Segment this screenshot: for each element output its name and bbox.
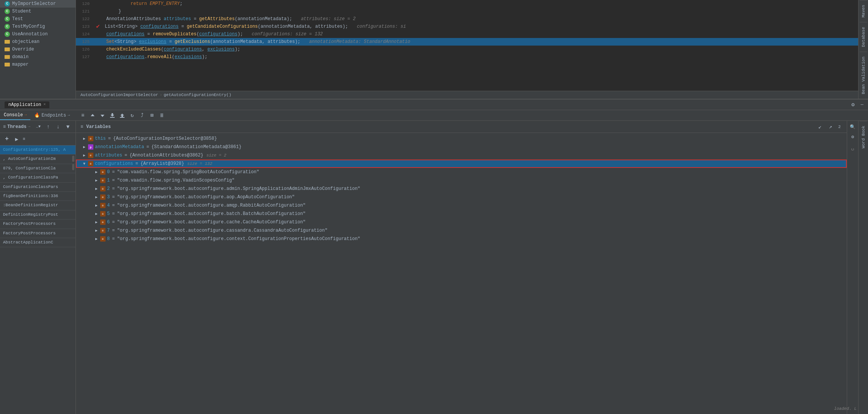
- var-item-1[interactable]: ▶ ≡ 1 = "com.vaadin.flow.spring.VaadinSc…: [76, 176, 847, 185]
- toolbar-step-over-btn[interactable]: ⤴: [137, 111, 147, 120]
- expand-icon[interactable]: ▶: [94, 203, 99, 208]
- toolbar-table-btn[interactable]: ⊞: [147, 111, 156, 120]
- search-var-btn[interactable]: 🔍: [848, 122, 857, 131]
- folder-item-override[interactable]: Override: [0, 46, 76, 53]
- expand-threads-btn[interactable]: ▶: [12, 134, 21, 144]
- right-panel-label: C: [851, 145, 855, 154]
- expand-icon[interactable]: ▶: [94, 178, 99, 183]
- right-side-tabs: Maven Database Bean Validation: [858, 0, 868, 99]
- thread-item-10[interactable]: AbstractApplicationC: [0, 238, 76, 247]
- svg-rect-1: [120, 117, 124, 118]
- toolbar-refresh-btn[interactable]: ↻: [128, 111, 137, 120]
- maven-tab[interactable]: Maven: [860, 0, 867, 22]
- var-item-8[interactable]: ▶ ≡ 8 = "org.springframework.boot.autoco…: [76, 235, 847, 243]
- threads-arrow-icon: →: [28, 125, 30, 129]
- minimize-icon[interactable]: ─: [861, 102, 863, 107]
- thread-item-2[interactable]: 879, ConfigurationCla: [0, 164, 76, 173]
- file-label: Student: [12, 9, 31, 14]
- line-content: configurations.removeAll(exclusions);: [94, 53, 858, 61]
- expand-icon[interactable]: ▶: [94, 212, 99, 216]
- var-name: 7: [107, 228, 110, 233]
- thread-item-1[interactable]: , AutoConfigurationIm: [0, 155, 76, 164]
- code-line-120: 120 return EMPTY_ENTRY;: [76, 0, 858, 8]
- toolbar-align-left-btn[interactable]: ≡: [78, 111, 87, 120]
- expand-icon[interactable]: ▶: [94, 186, 99, 191]
- expand-icon[interactable]: ▶: [94, 228, 99, 233]
- line-content: List<String> configurations = getCandida…: [102, 23, 858, 30]
- expand-icon[interactable]: ▶: [82, 145, 87, 149]
- folder-item-mapper[interactable]: mapper: [0, 61, 76, 68]
- toolbar-download-btn[interactable]: [108, 111, 117, 120]
- var-expand-btn[interactable]: ↙: [815, 122, 824, 131]
- var-item-2[interactable]: ▶ ≡ 2 = "org.springframework.boot.autoco…: [76, 185, 847, 193]
- debug-window-tab[interactable]: nApplication ×: [5, 101, 49, 108]
- debug-window-title-bar: nApplication × ⚙ ─: [0, 100, 868, 110]
- toolbar-up-btn[interactable]: [88, 111, 97, 120]
- console-tab-bar: Console → 🔥 Endpoints → ≡: [0, 110, 868, 121]
- file-item-testmyconfig[interactable]: C TestMyConfig: [0, 23, 76, 30]
- thread-text: FactoryPostProcessors: [3, 221, 56, 227]
- var-item-5[interactable]: ▶ ≡ 5 = "org.springframework.boot.autoco…: [76, 210, 847, 218]
- file-item-test[interactable]: C Test: [0, 15, 76, 23]
- expand-icon[interactable]: ▶: [94, 220, 99, 224]
- thread-item-3[interactable]: , ConfigurationClassPa: [0, 173, 76, 182]
- expand-icon[interactable]: ▶: [94, 170, 99, 174]
- code-line-124: 124 configurations = removeDuplicates(co…: [76, 30, 858, 38]
- folder-icon: [5, 47, 10, 51]
- var-item-7[interactable]: ▶ ≡ 7 = "org.springframework.boot.autoco…: [76, 226, 847, 235]
- expand-icon[interactable]: ▶: [82, 153, 87, 158]
- expand-icon[interactable]: ▶: [94, 237, 99, 241]
- var-item-configurations[interactable]: ▼ ≡ configurations = {ArrayList@3928} si…: [76, 160, 847, 168]
- variables-header: ≡ Variables ↙ ↗ 2: [76, 121, 847, 133]
- folder-icon: [5, 63, 10, 66]
- thread-item-5[interactable]: figBeanDefinitions:336: [0, 192, 76, 201]
- thread-text: ConfigurationClassPars: [3, 184, 58, 190]
- expand-icon[interactable]: ▼: [82, 161, 87, 166]
- toolbar-upload-btn[interactable]: [118, 111, 127, 120]
- folder-item-domain[interactable]: domain: [0, 53, 76, 61]
- var-item-attributes[interactable]: ▶ ≡ attributes = {AnnotationAttributes@3…: [76, 151, 847, 160]
- file-item-useannotation[interactable]: C UseAnnotation: [0, 30, 76, 38]
- folder-item-objectlean[interactable]: objectLean: [0, 38, 76, 46]
- var-item-0[interactable]: ▶ ≡ 0 = "com.vaadin.flow.spring.SpringBo…: [76, 168, 847, 176]
- close-icon[interactable]: ×: [43, 103, 46, 107]
- thread-item-8[interactable]: FactoryPostProcessors: [0, 220, 76, 229]
- var-item-3[interactable]: ▶ ≡ 3 = "org.springframework.boot.autoco…: [76, 193, 847, 201]
- var-item-6[interactable]: ▶ ≡ 6 = "org.springframework.boot.autoco…: [76, 218, 847, 226]
- toolbar-format-btn[interactable]: ≣: [157, 111, 166, 120]
- word-book-tab[interactable]: Word Book: [860, 121, 867, 153]
- threads-filter-btn[interactable]: ▼: [63, 122, 72, 131]
- expand-icon[interactable]: ▶: [94, 195, 99, 199]
- settings-icon[interactable]: ⚙: [851, 101, 854, 108]
- var-item-this[interactable]: ▶ ≡ this = {AutoConfigurationImportSelec…: [76, 134, 847, 143]
- database-tab[interactable]: Database: [860, 22, 867, 52]
- threads-icon: ≡: [3, 124, 6, 130]
- file-item-myimportselector[interactable]: C MyImportSelector: [0, 0, 76, 8]
- toolbar-down-btn[interactable]: [98, 111, 107, 120]
- thread-item-6[interactable]: :BeanDefinitionRegistr: [0, 201, 76, 210]
- thread-item-0[interactable]: ConfigurationEntry:125, A: [0, 145, 76, 155]
- console-tab[interactable]: Console →: [0, 111, 30, 120]
- threads-up-btn[interactable]: ↑: [44, 122, 53, 131]
- thread-item-9[interactable]: FactoryPostProcessors: [0, 229, 76, 238]
- file-item-student[interactable]: C Student: [0, 8, 76, 15]
- settings-var-btn[interactable]: ⚙: [848, 132, 857, 141]
- threads-dropdown-btn[interactable]: …▼: [34, 122, 43, 131]
- var-equals: =: [112, 178, 115, 183]
- thread-item-7[interactable]: DefinitionRegistryPost: [0, 210, 76, 220]
- endpoints-tab[interactable]: 🔥 Endpoints →: [30, 111, 74, 120]
- var-item-annotationmetadata[interactable]: ▶ p annotationMetadata = {StandardAnnota…: [76, 143, 847, 151]
- thread-item-4[interactable]: ConfigurationClassPars: [0, 183, 76, 192]
- var-type-icon: ≡: [100, 236, 106, 242]
- add-thread-btn[interactable]: +: [3, 135, 11, 143]
- expand-icon[interactable]: ▶: [82, 136, 87, 141]
- bean-validation-tab[interactable]: Bean Validation: [860, 52, 867, 99]
- threads-list: ConfigurationEntry:125, A , AutoConfigur…: [0, 145, 76, 414]
- threads-down-btn[interactable]: ↓: [54, 122, 63, 131]
- var-name: configurations: [95, 161, 133, 166]
- endpoints-label: Endpoints: [41, 113, 66, 118]
- var-value: "org.springframework.boot.autoconfigure.…: [117, 203, 306, 208]
- var-collapse-btn[interactable]: ↗: [826, 122, 835, 131]
- file-tree-panel: C MyImportSelector C Student C Test C Te…: [0, 0, 76, 99]
- var-item-4[interactable]: ▶ ≡ 4 = "org.springframework.boot.autoco…: [76, 201, 847, 210]
